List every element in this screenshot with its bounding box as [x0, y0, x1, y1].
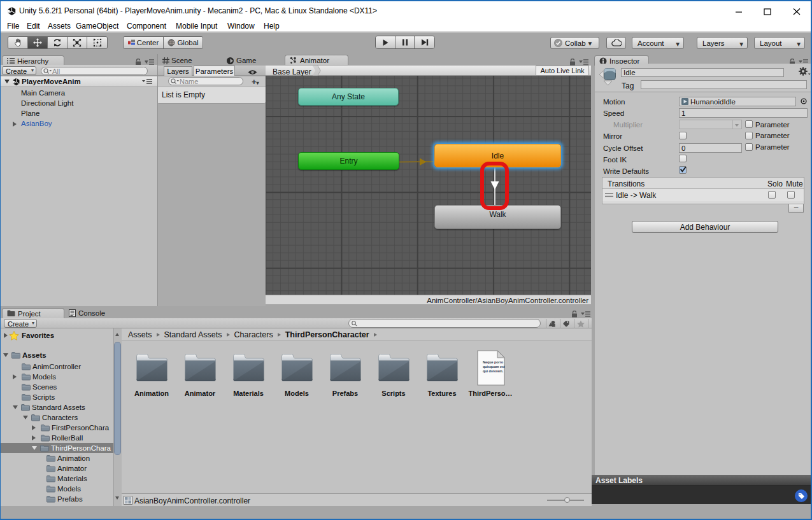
svg-text:qui dolorem.: qui dolorem. — [483, 369, 504, 373]
svg-text:Neque porro: Neque porro — [483, 360, 504, 364]
svg-text:quisquam est: quisquam est — [483, 365, 505, 369]
